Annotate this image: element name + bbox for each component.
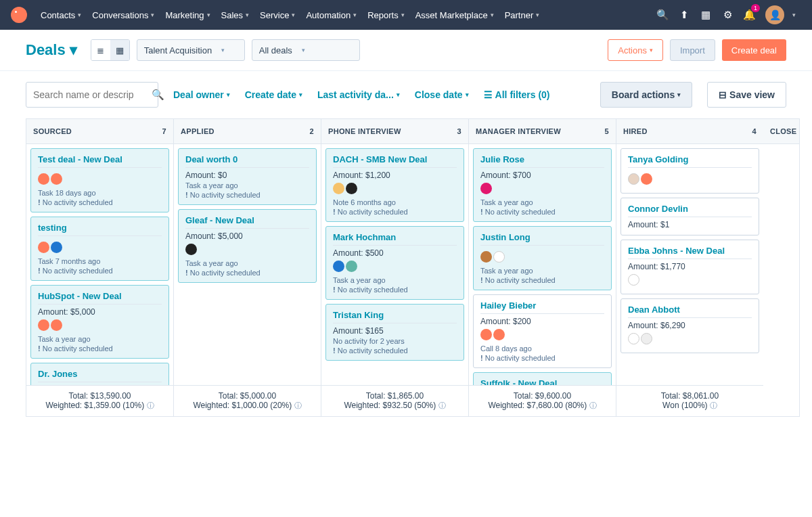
- deal-title[interactable]: Mark Hochman: [333, 232, 457, 246]
- deal-card[interactable]: HubSpot - New Deal Amount: $5,000 Task a…: [30, 285, 169, 359]
- import-button[interactable]: Import: [670, 39, 715, 61]
- association-chip[interactable]: [38, 319, 49, 331]
- pipeline-select[interactable]: Talent Acquisition▾: [137, 39, 245, 61]
- deal-card[interactable]: Test deal - New Deal Task 18 days ago No…: [30, 148, 169, 212]
- deal-owner-filter[interactable]: Deal owner▾: [173, 89, 230, 100]
- view-select[interactable]: All deals▾: [252, 39, 360, 61]
- search-input[interactable]: [33, 89, 152, 100]
- create-date-filter[interactable]: Create date▾: [245, 89, 302, 100]
- deals-title-dropdown[interactable]: Deals ▾: [26, 41, 77, 59]
- deal-title[interactable]: Julie Rose: [480, 154, 604, 168]
- deal-title[interactable]: Dr. Jones: [38, 369, 162, 382]
- info-icon[interactable]: ⓘ: [294, 401, 302, 409]
- nav-item-asset-marketplace[interactable]: Asset Marketplace▾: [410, 6, 499, 24]
- create-deal-button[interactable]: Create deal: [722, 39, 786, 61]
- association-chip[interactable]: [333, 183, 344, 194]
- upload-icon[interactable]: ⬆: [675, 5, 694, 24]
- deal-card[interactable]: Dr. Jones Amount: $5,700: [30, 363, 169, 385]
- deal-title[interactable]: Dean Abbott: [628, 305, 752, 318]
- last-activity-filter[interactable]: Last activity da...▾: [317, 89, 400, 100]
- deal-title[interactable]: Connor Devlin: [628, 204, 752, 217]
- info-icon[interactable]: ⓘ: [589, 401, 597, 409]
- actions-button[interactable]: Actions ▾: [608, 39, 663, 61]
- deal-title[interactable]: Test deal - New Deal: [38, 154, 162, 168]
- association-chip[interactable]: [493, 251, 505, 263]
- board-column-clipped: CLOSE: [763, 118, 800, 417]
- deal-card[interactable]: Hailey Bieber Amount: $200 Call 8 days a…: [473, 294, 612, 368]
- association-chip[interactable]: [185, 244, 197, 255]
- marketplace-icon[interactable]: ▦: [696, 5, 715, 24]
- deal-card[interactable]: Connor Devlin Amount: $1: [621, 198, 759, 235]
- deal-card[interactable]: Mark Hochman Amount: $500 Task a year ag…: [325, 226, 464, 300]
- deal-title[interactable]: DACH - SMB New Deal: [333, 154, 457, 168]
- association-chip[interactable]: [38, 242, 49, 253]
- info-icon[interactable]: ⓘ: [147, 401, 154, 409]
- search-icon[interactable]: 🔍: [152, 89, 164, 101]
- close-date-filter[interactable]: Close date▾: [415, 89, 469, 100]
- deal-card[interactable]: Justin Long Task a year ago No activity …: [473, 226, 612, 290]
- association-chip[interactable]: [641, 333, 652, 344]
- column-name: SOURCED: [33, 127, 72, 135]
- deal-card[interactable]: DACH - SMB New Deal Amount: $1,200 Note …: [325, 148, 464, 222]
- association-chip[interactable]: [346, 183, 357, 194]
- info-icon[interactable]: ⓘ: [710, 401, 717, 409]
- board-view-button[interactable]: ▦: [110, 40, 129, 60]
- association-chip[interactable]: [480, 251, 492, 263]
- deal-title[interactable]: Suffolk - New Deal: [480, 378, 604, 385]
- search-icon[interactable]: 🔍: [653, 5, 672, 24]
- association-chip[interactable]: [51, 173, 62, 185]
- deal-card[interactable]: Julie Rose Amount: $700 Task a year ago …: [473, 148, 612, 222]
- nav-item-partner[interactable]: Partner▾: [499, 6, 545, 24]
- deal-title[interactable]: Tanya Golding: [628, 154, 752, 168]
- deal-title[interactable]: testing: [38, 223, 162, 236]
- association-chip[interactable]: [628, 173, 639, 185]
- deal-title[interactable]: Ebba Johns - New Deal: [628, 246, 752, 259]
- nav-item-reports[interactable]: Reports▾: [362, 6, 410, 24]
- column-total: Total: $1,865.00: [325, 391, 464, 401]
- board-actions-button[interactable]: Board actions ▾: [600, 82, 692, 108]
- user-avatar[interactable]: 👤: [765, 5, 784, 24]
- deal-card[interactable]: Dean Abbott Amount: $6,290: [621, 298, 759, 353]
- nav-item-automation[interactable]: Automation▾: [300, 6, 362, 24]
- nav-item-marketing[interactable]: Marketing▾: [160, 6, 215, 24]
- association-chip[interactable]: [346, 261, 357, 272]
- deal-card[interactable]: Ebba Johns - New Deal Amount: $1,770: [621, 240, 759, 294]
- association-chip[interactable]: [641, 173, 652, 185]
- save-view-button[interactable]: ⊟ Save view: [707, 82, 786, 108]
- all-filters-button[interactable]: ☰ All filters (0): [484, 89, 550, 100]
- deal-title[interactable]: Justin Long: [480, 232, 604, 246]
- settings-icon[interactable]: ⚙: [718, 5, 737, 24]
- association-chip[interactable]: [480, 183, 492, 194]
- info-icon[interactable]: ⓘ: [438, 401, 446, 409]
- avatar-menu-chevron[interactable]: ▾: [787, 7, 801, 22]
- nav-item-service[interactable]: Service▾: [254, 6, 300, 24]
- deal-card[interactable]: Gleaf - New Deal Amount: $5,000 Task a y…: [178, 209, 317, 283]
- deal-card[interactable]: Deal worth 0 Amount: $0 Task a year ago …: [178, 148, 317, 205]
- notifications-icon[interactable]: 🔔1: [740, 5, 759, 24]
- deal-card[interactable]: Suffolk - New Deal: [473, 372, 612, 385]
- association-chip[interactable]: [333, 261, 344, 272]
- deal-card[interactable]: Tristan King Amount: $165 No activity fo…: [325, 304, 464, 361]
- hubspot-logo[interactable]: [11, 7, 27, 23]
- nav-item-contacts[interactable]: Contacts▾: [35, 6, 87, 24]
- deal-title[interactable]: HubSpot - New Deal: [38, 291, 162, 305]
- list-view-button[interactable]: ≣: [91, 40, 110, 60]
- association-chip[interactable]: [480, 329, 492, 340]
- deal-title[interactable]: Hailey Bieber: [480, 300, 604, 314]
- column-count: 2: [310, 127, 314, 135]
- association-chip[interactable]: [628, 274, 639, 286]
- deal-card[interactable]: testing Task 7 months ago No activity sc…: [30, 217, 169, 281]
- deal-card[interactable]: Tanya Golding: [621, 148, 759, 194]
- association-chip[interactable]: [628, 333, 639, 344]
- nav-item-conversations[interactable]: Conversations▾: [87, 6, 160, 24]
- association-chip[interactable]: [51, 319, 62, 331]
- association-chip[interactable]: [51, 242, 62, 253]
- deal-title[interactable]: Deal worth 0: [185, 154, 309, 168]
- nav-item-sales[interactable]: Sales▾: [216, 6, 255, 24]
- deal-title[interactable]: Tristan King: [333, 310, 457, 323]
- column-total: Total: $5,000.00: [178, 391, 317, 401]
- association-chip[interactable]: [38, 173, 49, 185]
- association-chip[interactable]: [493, 329, 505, 340]
- deal-title[interactable]: Gleaf - New Deal: [185, 215, 309, 229]
- filter-icon: ☰: [484, 89, 493, 100]
